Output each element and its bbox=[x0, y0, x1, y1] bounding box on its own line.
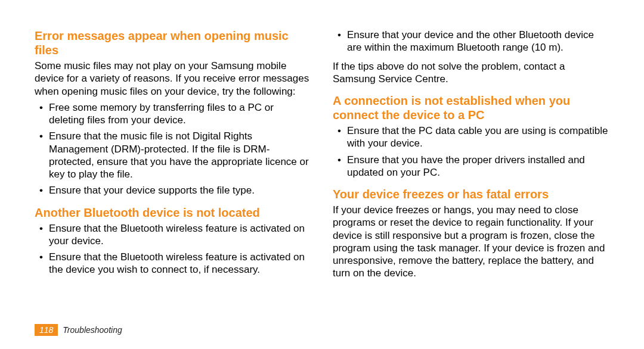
heading-bluetooth-not-located: Another Bluetooth device is not located bbox=[35, 205, 311, 220]
list-item: Ensure that the Bluetooth wireless featu… bbox=[49, 222, 311, 248]
list-bluetooth-not-located: Ensure that the Bluetooth wireless featu… bbox=[35, 222, 311, 276]
list-item: Ensure that your device supports the fil… bbox=[49, 184, 311, 197]
list-item: Ensure that you have the proper drivers … bbox=[347, 154, 609, 179]
list-item: Ensure that the PC data cable you are us… bbox=[347, 124, 609, 150]
list-item: Free some memory by transferring files t… bbox=[49, 101, 311, 127]
right-column: Ensure that your device and the other Bl… bbox=[333, 29, 609, 314]
heading-device-freezes: Your device freezes or has fatal errors bbox=[333, 187, 609, 201]
note-service-centre: If the tips above do not solve the probl… bbox=[333, 60, 609, 86]
page-number-badge: 118 bbox=[35, 324, 58, 336]
footer-section-label: Troubleshooting bbox=[63, 325, 122, 335]
list-item: Ensure that the Bluetooth wireless featu… bbox=[49, 251, 311, 276]
list-music-files: Free some memory by transferring files t… bbox=[35, 101, 311, 197]
list-bluetooth-continued: Ensure that your device and the other Bl… bbox=[333, 29, 609, 54]
heading-pc-connection: A connection is not established when you… bbox=[333, 94, 609, 122]
list-pc-connection: Ensure that the PC data cable you are us… bbox=[333, 124, 609, 179]
body-device-freezes: If your device freezes or hangs, you may… bbox=[333, 204, 609, 280]
list-item: Ensure that your device and the other Bl… bbox=[347, 29, 609, 54]
list-item: Ensure that the music file is not Digita… bbox=[49, 130, 311, 180]
page-columns: Error messages appear when opening music… bbox=[35, 29, 609, 314]
left-column: Error messages appear when opening music… bbox=[35, 29, 311, 314]
heading-music-files: Error messages appear when opening music… bbox=[35, 29, 311, 57]
intro-music-files: Some music files may not play on your Sa… bbox=[35, 60, 311, 98]
page-footer: 118 Troubleshooting bbox=[35, 324, 122, 336]
